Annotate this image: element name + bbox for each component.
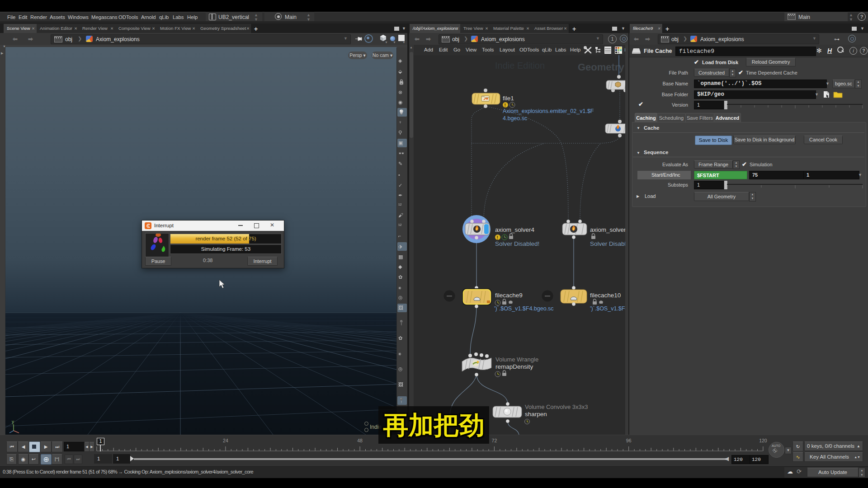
svg-text:sharpen: sharpen <box>525 411 547 418</box>
svg-text:!: ! <box>497 235 498 240</box>
svg-text:Geometry: Geometry <box>578 61 624 73</box>
svg-text:!: ! <box>505 103 506 108</box>
svg-text:96: 96 <box>626 438 632 443</box>
svg-text:')`.$OS_v1.$F4.b: ')`.$OS_v1.$F4.b <box>590 305 628 312</box>
svg-text:Volume Convolve 3x3x3: Volume Convolve 3x3x3 <box>525 404 588 410</box>
svg-text:Axiom_explosions.emitter_02_v1: Axiom_explosions.emitter_02_v1.$F <box>503 108 594 114</box>
svg-text:y: y <box>12 419 14 424</box>
svg-text:Solver Disabled!: Solver Disabled! <box>590 240 628 247</box>
svg-text:filecache9: filecache9 <box>495 292 523 299</box>
svg-text:file1: file1 <box>503 95 514 102</box>
svg-text:24: 24 <box>223 438 228 443</box>
svg-text:Volume Wrangle: Volume Wrangle <box>495 356 538 363</box>
svg-text:')`.$OS_v1.$F4.bgeo.sc: ')`.$OS_v1.$F4.bgeo.sc <box>494 305 554 312</box>
svg-text:48: 48 <box>357 438 363 443</box>
svg-text:axiom_solver4: axiom_solver4 <box>495 226 535 233</box>
svg-text:axiom_solver5_: axiom_solver5_ <box>590 226 628 233</box>
svg-text:Indie Edition: Indie Edition <box>495 61 545 70</box>
svg-text:Solver Disabled!: Solver Disabled! <box>495 240 539 247</box>
svg-text:remapDensity: remapDensity <box>495 363 533 370</box>
svg-text:72: 72 <box>492 438 497 443</box>
svg-text:4.bgeo.sc: 4.bgeo.sc <box>503 115 527 122</box>
svg-text:filecache10: filecache10 <box>590 292 621 299</box>
svg-text:120: 120 <box>759 438 767 443</box>
